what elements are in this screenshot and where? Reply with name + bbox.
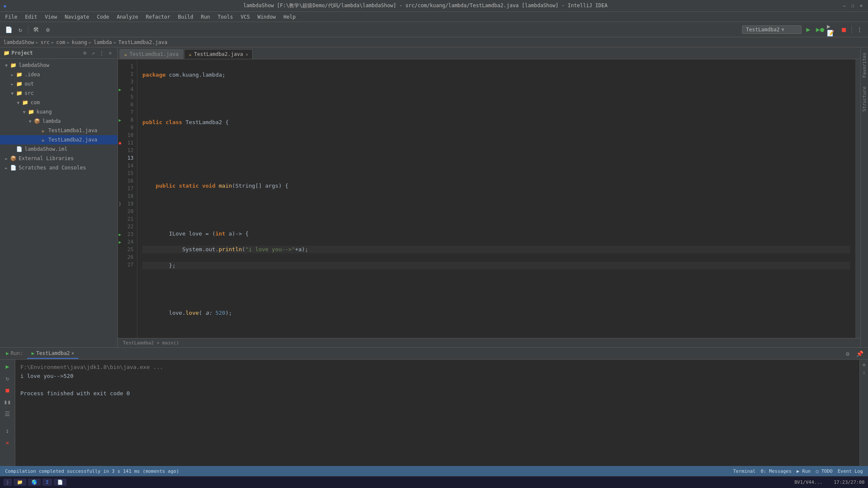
tree-item-src[interactable]: ▼ 📁 src	[0, 89, 117, 98]
start-icon: 〉	[7, 480, 8, 485]
menu-code[interactable]: Code	[94, 13, 113, 21]
toolbar-build[interactable]: 🛠	[31, 25, 41, 35]
run-sidebar: ▶ ↻ ■ ▮▮ ☰ ↧ ✕	[0, 360, 15, 466]
tree-item-iml[interactable]: 📄 lambdaShow.iml	[0, 144, 117, 154]
sidebar-expand-btn[interactable]: ↗	[89, 49, 97, 57]
tree-item-lambda-pkg[interactable]: ▼ 📦 lambda	[0, 116, 117, 126]
tree-arrow-lambdashow: ▼	[3, 63, 9, 68]
toolbar-settings[interactable]: ⚙	[43, 25, 53, 35]
code-line-17	[142, 325, 850, 333]
run-button[interactable]: ▶	[803, 25, 813, 35]
minimize-button[interactable]: —	[841, 3, 848, 9]
breadcrumb-item-2[interactable]: src	[40, 39, 50, 45]
tree-item-scratches[interactable]: ► 📄 Scratches and Consoles	[0, 163, 117, 172]
tree-item-idea[interactable]: ► 📁 .idea	[0, 70, 117, 79]
run-panel-settings-btn[interactable]: ⚙	[861, 361, 868, 368]
toolbar-more[interactable]: ⋮	[854, 25, 865, 35]
menu-build[interactable]: Build	[175, 13, 197, 21]
breadcrumb-item-3[interactable]: com	[56, 39, 65, 45]
run-stop-btn[interactable]: ■	[3, 385, 13, 395]
run-testlamdba2-tab[interactable]: ▶ TestLamdba2 ✕	[27, 349, 78, 359]
sidebar-gear-btn[interactable]: ⋮	[98, 49, 106, 57]
close-button[interactable]: ✕	[858, 3, 865, 9]
tree-item-testlamdba1[interactable]: ☕ TestLamdba1.java	[0, 126, 117, 135]
toolbar-open-project[interactable]: 📄	[3, 25, 14, 35]
tab-testlamdba1[interactable]: ☕ TestLamdba1.java	[120, 49, 183, 59]
tree-item-testlamdba2[interactable]: ☕ TestLamdba2.java	[0, 135, 117, 144]
taskbar-idea[interactable]: I	[42, 479, 52, 486]
breadcrumb-item-5[interactable]: lambda	[94, 39, 112, 45]
tab-testlamdba2[interactable]: ☕ TestLamdba2.java ✕	[184, 49, 253, 59]
code-line-14	[142, 277, 850, 285]
toolbar-sync[interactable]: ↻	[15, 25, 25, 35]
line-21: 21	[118, 215, 137, 223]
panel-settings-btn[interactable]: ⚙	[843, 349, 853, 359]
menu-help[interactable]: Help	[280, 13, 299, 21]
run-scroll-end-btn[interactable]: ↧	[3, 426, 13, 436]
taskbar-browser[interactable]: 🌎	[28, 479, 41, 486]
browser-icon: 🌎	[31, 480, 37, 485]
breadcrumb-item-1[interactable]: lambdaShow	[3, 39, 34, 45]
taskbar-extra[interactable]: 📄	[54, 479, 67, 486]
menu-view[interactable]: View	[42, 13, 61, 21]
tree-item-external-libs[interactable]: ► 📦 External Libraries	[0, 154, 117, 163]
line-27: 27	[118, 261, 137, 269]
vertical-scrollbar[interactable]	[855, 59, 860, 338]
breadcrumb-sep-4: ►	[89, 39, 92, 45]
run-status-btn[interactable]: ▶ Run	[797, 469, 811, 474]
menu-refactor[interactable]: Refactor	[142, 13, 174, 21]
taskbar-start[interactable]: 〉	[3, 479, 12, 486]
event-log-btn[interactable]: Event Log	[837, 469, 863, 474]
tab-close-2[interactable]: ✕	[245, 52, 248, 57]
menu-analyze[interactable]: Analyze	[113, 13, 142, 21]
editor-pane: ☕ TestLamdba1.java ☕ TestLamdba2.java ✕ …	[118, 47, 860, 347]
maximize-button[interactable]: ☐	[849, 3, 856, 9]
code-line-9	[142, 198, 850, 206]
stop-button[interactable]: ■	[839, 25, 849, 35]
breadcrumb-item-4[interactable]: kuang	[72, 39, 87, 45]
tree-item-kuang[interactable]: ▼ 📁 kuang	[0, 107, 117, 116]
messages-btn[interactable]: 0: Messages	[761, 469, 792, 474]
line-16: 16	[118, 177, 137, 185]
sidebar-close-btn[interactable]: ✕	[106, 49, 114, 57]
tree-item-com[interactable]: ▼ 📁 com	[0, 98, 117, 107]
run-gutter-24: ▶	[119, 239, 121, 245]
tree-item-lambdashow[interactable]: ▼ 📁 lambdaShow	[0, 61, 117, 70]
menu-vcs[interactable]: VCS	[237, 13, 253, 21]
menu-file[interactable]: File	[2, 13, 21, 21]
breadcrumb-item-6[interactable]: TestLamdba2.java	[118, 39, 167, 45]
panel-pin-btn[interactable]: 📌	[854, 349, 865, 359]
run-rerun-btn[interactable]: ↻	[3, 373, 13, 383]
sidebar-actions: ⚙ ↗ ⋮ ✕	[81, 49, 114, 57]
run-play-btn[interactable]: ▶	[3, 361, 13, 372]
todo-btn[interactable]: ○ TODO	[816, 469, 833, 474]
menu-edit[interactable]: Edit	[22, 13, 41, 21]
code-line-6	[142, 150, 850, 158]
run-config-selector[interactable]: TestLamdba2 ▼	[742, 25, 801, 34]
code-area[interactable]: package com.kuang.lambda; public class T…	[137, 59, 855, 338]
run-label-tab[interactable]: ▶ Run:	[2, 349, 27, 359]
line-5: 5	[118, 93, 137, 101]
tree-arrow-ext: ►	[3, 156, 9, 161]
structure-tab[interactable]: Structure	[861, 83, 868, 115]
favorites-tab[interactable]: Favorites	[861, 49, 868, 81]
menu-navigate[interactable]: Navigate	[61, 13, 93, 21]
run-dump-threads-btn[interactable]: ☰	[3, 409, 13, 419]
menu-tools[interactable]: Tools	[214, 13, 236, 21]
menu-run[interactable]: Run	[198, 13, 214, 21]
com-folder-icon: 📁	[21, 99, 29, 106]
run-panel-minimize-btn[interactable]: ⇓	[861, 369, 868, 376]
menu-window[interactable]: Window	[254, 13, 279, 21]
tree-label-com: com	[31, 100, 40, 105]
run-with-coverage-button[interactable]: ▶📝	[827, 25, 837, 35]
terminal-btn[interactable]: Terminal	[733, 469, 756, 474]
run-tab2-close[interactable]: ✕	[72, 351, 74, 355]
tree-label-lambdashow: lambdaShow	[19, 62, 49, 68]
sidebar-settings-btn[interactable]: ⚙	[81, 49, 89, 57]
run-close-btn[interactable]: ✕	[3, 438, 13, 448]
run-pause-btn[interactable]: ▮▮	[3, 397, 13, 407]
debug-button[interactable]: ▶●	[815, 25, 825, 35]
tree-item-out[interactable]: ► 📁 out	[0, 79, 117, 89]
editor-content[interactable]: 1 2 3 ▶ 4 5 6 7 ▶ 8 9 10 ● 11	[118, 59, 860, 338]
taskbar-file-explorer[interactable]: 📁	[14, 479, 26, 486]
